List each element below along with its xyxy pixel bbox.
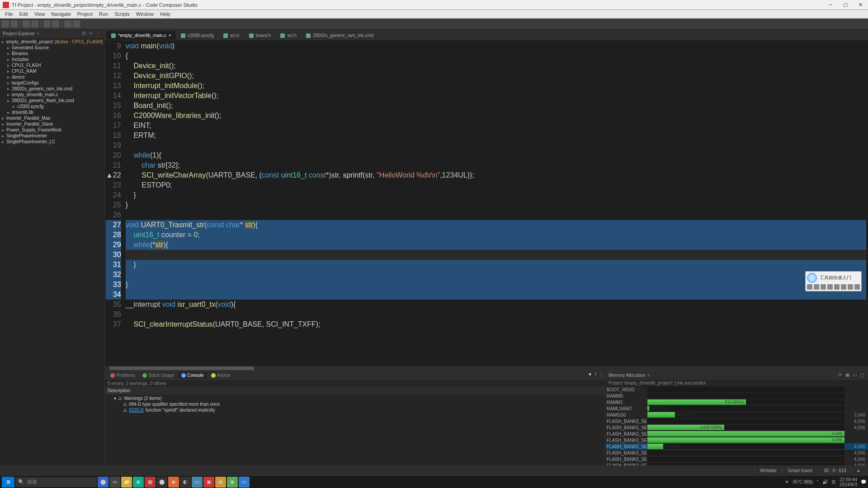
taskbar-app-7[interactable]: ◉ — [168, 477, 179, 488]
menu-view[interactable]: View — [31, 11, 48, 17]
editor-tab[interactable]: sci.h — [276, 31, 302, 40]
memory-row[interactable]: FLASH_BANK0_SEC54,096 — [606, 450, 868, 456]
maximize-button[interactable]: ▢ — [840, 2, 850, 8]
memory-row[interactable]: FLASH_BANK0_SEC34,096 (100%) — [606, 437, 868, 443]
memory-expand-icon[interactable]: ▣ — [845, 372, 851, 378]
memory-row[interactable]: RAMM0 — [606, 393, 868, 399]
console-tab-advice[interactable]: Advice — [208, 372, 234, 379]
widget-tool-5[interactable] — [834, 284, 840, 290]
widget-tool-4[interactable] — [827, 284, 833, 290]
minimize-button[interactable]: ─ — [826, 2, 835, 8]
tray-notification-icon[interactable]: 💬 — [861, 479, 866, 484]
memory-row[interactable]: BOOT_RSVD — [606, 386, 868, 393]
toolbar-build-icon[interactable] — [23, 20, 30, 28]
explorer-menu-icon[interactable]: ⋮ — [96, 31, 102, 36]
console-item[interactable]: ⚠ #225-D function "sprintf" declared imp… — [105, 407, 605, 413]
editor-tab[interactable]: board.h — [245, 31, 276, 40]
editor-tab[interactable]: 28002x_generic_ram_lnk.cmd — [302, 31, 378, 40]
memory-close-icon[interactable]: × — [647, 373, 650, 378]
tree-item[interactable]: ▸driverlib.lib — [0, 109, 104, 115]
taskbar-app-6[interactable]: ⬤ — [156, 477, 167, 488]
tree-item[interactable]: ▸Inverter_Parallel_Mas — [0, 115, 104, 121]
memory-row[interactable]: FLASH_BANK0_SEC11,629 (39%)4,096 — [606, 424, 868, 431]
taskbar-search[interactable]: 🔍 搜索 — [15, 477, 97, 487]
menu-window[interactable]: Window — [133, 11, 157, 17]
menu-project[interactable]: Project — [74, 11, 96, 17]
menu-navigate[interactable]: Navigate — [48, 11, 74, 17]
toolbar-search-icon[interactable] — [64, 20, 71, 28]
console-tab-stack-usage[interactable]: Stack Usage — [139, 372, 178, 379]
widget-tool-3[interactable] — [821, 284, 826, 290]
memory-row[interactable]: RAMLS4567141 (1%) — [606, 405, 868, 412]
toolbar-settings-icon[interactable] — [73, 20, 80, 28]
tray-up-icon[interactable]: ˄ — [816, 479, 819, 484]
memory-row[interactable]: FLASH_BANK0_SEC4132 (8%)4,096 — [606, 443, 868, 450]
taskbar-app-4[interactable]: ◉ — [133, 477, 144, 488]
menu-help[interactable]: Help — [157, 11, 174, 17]
tree-item[interactable]: ▸Inverter_Parallel_Slave — [0, 121, 104, 127]
taskbar-app-2[interactable]: ▭ — [109, 477, 120, 488]
taskbar-app-8[interactable]: ◐ — [180, 477, 191, 488]
tree-item[interactable]: ▸empty_driverlib_main.c — [0, 92, 104, 98]
widget-tool-8[interactable] — [854, 284, 860, 290]
close-button[interactable]: ✕ — [856, 2, 865, 8]
memory-row[interactable]: FLASH_BANK0_SEC74,096 — [606, 462, 868, 465]
menu-file[interactable]: File — [2, 11, 16, 17]
tree-item[interactable]: ▸28002x_generic_flash_lnk.cmd — [0, 98, 104, 103]
memory-row[interactable]: FLASH_BANK0_SEC24,096 (100%) — [606, 431, 868, 437]
status-config-icon[interactable]: ▸ — [852, 468, 865, 473]
tray-weather-icon[interactable]: ☀ — [785, 479, 789, 484]
console-header-icon[interactable]: ▼ — [588, 372, 592, 379]
memory-row[interactable]: FLASH_BANK0_SEC64,096 — [606, 456, 868, 462]
tree-item[interactable]: ▸CPU1_FLASH — [0, 62, 104, 68]
widget-tool-1[interactable] — [807, 284, 812, 290]
toolbar-save-icon[interactable] — [10, 20, 18, 28]
menu-scripts[interactable]: Scripts — [111, 11, 133, 17]
toolbar-new-icon[interactable] — [2, 20, 9, 28]
tab-close-icon[interactable]: × — [169, 33, 171, 38]
tree-item[interactable]: ▸SinglePhaseInverter_LC — [0, 139, 104, 145]
taskbar-app-1[interactable]: ⬤ — [98, 477, 108, 488]
menu-run[interactable]: Run — [96, 11, 111, 17]
tree-item[interactable]: ▸CPU1_RAM — [0, 68, 104, 74]
floating-widget[interactable]: 工具箱快速入门 — [805, 271, 862, 291]
tree-item[interactable]: ▸SinglePhaseInverter — [0, 133, 104, 139]
taskbar-app-10[interactable]: ▣ — [203, 477, 214, 488]
taskbar-app-13[interactable]: ▭ — [239, 477, 250, 488]
tree-item[interactable]: ▸28002x_generic_ram_lnk.cmd — [0, 86, 104, 92]
explorer-link-icon[interactable]: ⇔ — [89, 31, 94, 36]
start-button[interactable]: ⊞ — [2, 477, 14, 488]
toolbar-stop-icon[interactable] — [52, 20, 59, 28]
widget-tool-6[interactable] — [841, 284, 846, 290]
tree-item[interactable]: ▸device — [0, 74, 104, 80]
toolbar-run-icon[interactable] — [43, 20, 51, 28]
tray-weather-text[interactable]: 35°C 晴朗 — [793, 479, 813, 485]
memory-row[interactable]: FLASH_BANK0_SEC04,096 — [606, 418, 868, 424]
console-header-icon[interactable]: ⋮ — [599, 372, 604, 379]
taskbar-app-3[interactable]: 📁 — [121, 477, 132, 488]
tree-item[interactable]: ▸Generated Source — [0, 45, 104, 51]
memory-max-icon[interactable]: ▢ — [860, 372, 865, 378]
code-editor[interactable]: 9101112131415161718192021▲22232425262728… — [105, 40, 868, 366]
console-item[interactable]: ⚠ #84-D type qualifier specified more th… — [105, 401, 605, 407]
tree-item[interactable]: ▸Includes — [0, 56, 104, 62]
menu-edit[interactable]: Edit — [16, 11, 31, 17]
widget-tool-7[interactable] — [848, 284, 853, 290]
taskbar-app-9[interactable]: ▭ — [192, 477, 203, 488]
tree-item[interactable]: ▸empty_driverlib_project[Active - CPU1_F… — [0, 39, 104, 45]
console-tab-console[interactable]: Console — [178, 372, 208, 379]
tree-item[interactable]: ▸Binaries — [0, 51, 104, 56]
toolbar-debug-icon[interactable] — [31, 20, 38, 28]
editor-tab[interactable]: sci.h — [219, 31, 245, 40]
tree-item[interactable]: ▸c2000.syscfg — [0, 103, 104, 109]
editor-tab[interactable]: *empty_driverlib_main.c× — [107, 31, 176, 40]
memory-row[interactable]: RAMGS0291 (14%)2,048 — [606, 412, 868, 418]
memory-refresh-icon[interactable]: ⟳ — [838, 372, 844, 378]
console-header-icon[interactable]: ! — [595, 372, 596, 379]
explorer-filter-icon[interactable]: ⊟ — [82, 31, 87, 36]
tray-time[interactable]: 22:58:44 — [840, 477, 857, 482]
widget-tool-2[interactable] — [814, 284, 819, 290]
console-item[interactable]: ▾ ⚠ Warnings (2 items) — [105, 395, 605, 401]
memory-row[interactable]: RAMM1512 (50%) — [606, 399, 868, 405]
memory-min-icon[interactable]: ▭ — [853, 372, 858, 378]
